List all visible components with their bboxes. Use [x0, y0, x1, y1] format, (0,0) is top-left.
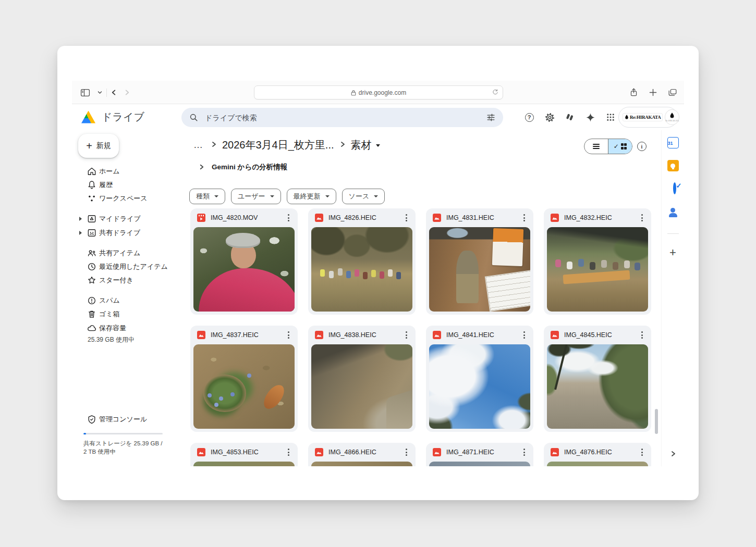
- google-apps-grid-icon[interactable]: [605, 111, 616, 123]
- sidebar-item-workspaces[interactable]: ワークスペース: [72, 192, 180, 205]
- file-card[interactable]: IMG_4826.HEIC: [308, 208, 416, 315]
- get-add-ons-button[interactable]: +: [669, 246, 676, 259]
- file-card[interactable]: IMG_4832.HEIC: [544, 208, 651, 315]
- help-icon[interactable]: ?: [523, 111, 535, 123]
- forward-button[interactable]: [124, 90, 130, 95]
- sidebar-chevron-down-icon[interactable]: [97, 90, 102, 95]
- file-card[interactable]: IMG_4876.HEIC: [544, 443, 651, 466]
- people-icon: [87, 248, 97, 258]
- settings-gear-icon[interactable]: [544, 111, 555, 123]
- check-icon: ✓: [614, 143, 619, 150]
- more-options-button[interactable]: [636, 446, 648, 458]
- file-name: IMG_4876.HEIC: [564, 449, 631, 456]
- tab-overview-icon[interactable]: [668, 89, 677, 96]
- sidebar-item-admin-console[interactable]: 管理コンソール: [72, 413, 180, 426]
- more-options-button[interactable]: [518, 212, 530, 223]
- account-button[interactable]: Re:HIRAKATA Re:HIRAKATA: [618, 107, 678, 128]
- hide-side-panel-button[interactable]: [670, 450, 676, 459]
- file-card[interactable]: IMG_4853.HEIC: [190, 443, 298, 466]
- storage-used-text: 25.39 GB 使用中: [88, 335, 135, 344]
- file-card[interactable]: IMG_4831.HEIC: [426, 208, 533, 315]
- more-options-button[interactable]: [400, 329, 412, 341]
- more-options-button[interactable]: [636, 329, 648, 341]
- reload-icon[interactable]: [492, 89, 498, 97]
- sidebar-item-shared-with-me[interactable]: 共有アイテム: [72, 246, 180, 260]
- sidebar-item-trash[interactable]: ゴミ箱: [72, 307, 180, 321]
- keep-icon[interactable]: [667, 160, 679, 171]
- sidebar-item-storage[interactable]: 保存容量: [72, 321, 180, 335]
- search-bar[interactable]: [181, 108, 503, 127]
- file-thumbnail[interactable]: [193, 344, 295, 429]
- file-thumbnail[interactable]: [311, 344, 412, 429]
- file-card[interactable]: IMG_4837.HEIC: [190, 326, 298, 432]
- more-options-button[interactable]: [283, 212, 294, 223]
- expand-caret-icon[interactable]: [79, 217, 82, 221]
- breadcrumb-parent-folder[interactable]: 2026年3月4日_枚方里...: [222, 138, 334, 152]
- offline-status-icon[interactable]: [564, 111, 576, 123]
- view-toggle[interactable]: ✓: [584, 139, 632, 154]
- breadcrumb-more-button[interactable]: …: [191, 140, 205, 151]
- clock-icon: [87, 262, 97, 272]
- sidebar-item-starred[interactable]: スター付き: [72, 274, 180, 287]
- file-card[interactable]: IMG_4838.HEIC: [308, 326, 416, 432]
- file-thumbnail[interactable]: [429, 462, 530, 466]
- gemini-sparkle-icon[interactable]: [584, 111, 596, 123]
- expand-caret-icon[interactable]: [79, 231, 82, 235]
- filter-chip-modified[interactable]: 最終更新: [287, 189, 336, 204]
- back-button[interactable]: [111, 90, 117, 95]
- new-tab-icon[interactable]: [649, 89, 657, 96]
- filter-chip-type[interactable]: 種類: [189, 189, 225, 204]
- sidebar-item-my-drive[interactable]: マイドライブ: [72, 212, 180, 226]
- calendar-icon[interactable]: 31: [667, 137, 679, 148]
- file-card[interactable]: IMG_4820.MOV: [190, 208, 298, 315]
- filter-chip-people[interactable]: ユーザー: [231, 189, 281, 204]
- more-options-button[interactable]: [636, 212, 648, 223]
- file-thumbnail[interactable]: [547, 462, 648, 466]
- sidebar-item-spam[interactable]: スパム: [72, 294, 180, 307]
- gemini-insights-row[interactable]: Gemini からの分析情報: [199, 163, 287, 172]
- share-icon[interactable]: [630, 88, 638, 97]
- more-options-button[interactable]: [518, 329, 530, 341]
- file-thumbnail[interactable]: [193, 462, 295, 466]
- scrollbar-thumb[interactable]: [655, 409, 658, 434]
- file-thumbnail[interactable]: [547, 227, 648, 312]
- filter-chips: 種類 ユーザー 最終更新 ソース: [189, 189, 385, 204]
- file-card[interactable]: IMG_4845.HEIC: [544, 326, 651, 432]
- sidebar-item-recent[interactable]: 最近使用したアイテム: [72, 260, 180, 274]
- cloud-icon: [87, 323, 97, 333]
- file-thumbnail[interactable]: [429, 227, 530, 312]
- more-options-button[interactable]: [518, 446, 530, 458]
- search-input[interactable]: [205, 114, 480, 122]
- breadcrumb-current-folder[interactable]: 素材: [351, 138, 380, 152]
- file-thumbnail[interactable]: [193, 227, 295, 312]
- sidebar-item-activity[interactable]: 履歴: [72, 178, 180, 192]
- sidebar-toggle-icon[interactable]: [80, 89, 90, 97]
- new-button[interactable]: + 新規: [78, 134, 119, 158]
- file-thumbnail[interactable]: [547, 344, 648, 429]
- file-thumbnail[interactable]: [311, 227, 412, 312]
- file-card[interactable]: IMG_4841.HEIC: [426, 326, 533, 432]
- chevron-down-icon: [374, 195, 378, 197]
- file-thumbnail[interactable]: [311, 462, 412, 466]
- file-card[interactable]: IMG_4871.HEIC: [426, 443, 533, 466]
- drive-logo-icon[interactable]: [81, 111, 95, 123]
- tasks-icon[interactable]: [673, 182, 676, 194]
- address-bar[interactable]: drive.google.com: [254, 85, 503, 100]
- filter-chip-source[interactable]: ソース: [342, 189, 385, 204]
- file-card[interactable]: IMG_4866.HEIC: [308, 443, 416, 466]
- file-name: IMG_4838.HEIC: [328, 331, 395, 339]
- sidebar-item-home[interactable]: ホーム: [72, 165, 180, 178]
- more-options-button[interactable]: [400, 212, 412, 223]
- search-options-icon[interactable]: [486, 113, 496, 122]
- grid-view-button[interactable]: ✓: [608, 139, 632, 154]
- details-info-button[interactable]: i: [637, 142, 647, 151]
- more-options-button[interactable]: [283, 446, 294, 458]
- shared-storage-text: 共有ストレージを 25.39 GB / 2 TB 使用中: [83, 440, 166, 456]
- contacts-icon[interactable]: [667, 208, 679, 219]
- file-thumbnail[interactable]: [429, 344, 530, 429]
- more-options-button[interactable]: [400, 446, 412, 458]
- more-options-button[interactable]: [283, 329, 294, 341]
- sidebar-item-shared-drives[interactable]: 共有ドライブ: [72, 226, 180, 240]
- account-avatar[interactable]: Re:HIRAKATA: [665, 109, 679, 125]
- list-view-button[interactable]: [584, 139, 608, 154]
